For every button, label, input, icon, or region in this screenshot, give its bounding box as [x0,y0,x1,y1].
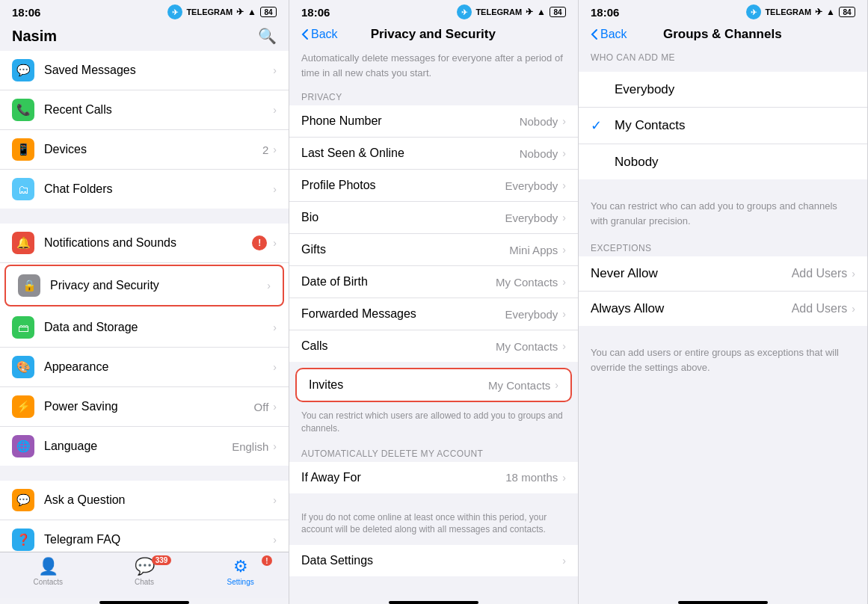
telegram-logo-3: ✈ [746,4,761,19]
tab-settings[interactable]: ⚙ ! Settings [192,557,289,586]
photos-value: Everybody [505,179,558,192]
data-settings-section: Data Settings › [289,545,578,576]
exceptions-card: Never Allow Add Users › Always Allow Add… [579,256,867,326]
last-seen-value: Nobody [520,147,558,160]
option-everybody[interactable]: Everybody [579,72,867,108]
chat-folders-icon: 🗂 [12,178,34,200]
devices-value: 2 [262,144,268,156]
back-button-3[interactable]: Back [591,28,627,41]
privacy-item-photos[interactable]: Profile Photos Everybody › [289,170,578,202]
settings-tab-icon: ⚙ [233,557,248,576]
tab-contacts[interactable]: 👤 Contacts [0,557,96,586]
photos-chevron: › [562,179,566,191]
invites-item-highlighted[interactable]: Invites My Contacts › [295,368,572,402]
recent-calls-label: Recent Calls [44,103,273,117]
chevron-devices: › [273,144,277,155]
list-item-notifications[interactable]: 🔔 Notifications and Sounds ! › [0,224,289,263]
nav-title-1: Nasim [12,28,57,45]
who-can-add-note: You can restrict who can add you to grou… [579,194,867,238]
privacy-item-last-seen[interactable]: Last Seen & Online Nobody › [289,138,578,170]
calls-label: Calls [301,339,496,353]
appearance-icon: 🎨 [12,356,34,378]
chevron-data: › [273,321,277,333]
list-item-privacy[interactable]: 🔒 Privacy and Security › [4,265,284,306]
settings-tab-label: Settings [227,578,254,586]
list-item-data-storage[interactable]: 🗃 Data and Storage › [0,308,289,348]
status-icons-1: ✈ TELEGRAM ✈ ▲ 84 [167,4,277,19]
list-item-ask-question[interactable]: 💬 Ask a Question › [0,481,289,520]
gifts-label: Gifts [301,243,509,256]
photos-label: Profile Photos [301,179,505,192]
bio-chevron: › [562,212,566,224]
home-indicator-1 [99,601,189,604]
exception-always-allow[interactable]: Always Allow Add Users › [579,292,867,326]
chevron-calls: › [273,104,277,116]
phone-chevron: › [562,115,566,127]
always-allow-chevron: › [852,303,855,315]
list-item-saved-messages[interactable]: 💬 Saved Messages › [0,51,289,90]
settings-card: 🔔 Notifications and Sounds ! › 🔒 Privacy… [0,224,289,466]
forwarded-chevron: › [562,308,566,320]
status-bar-2: 18:06 ✈ TELEGRAM ✈ ▲ 84 [289,0,578,22]
chevron-privacy: › [267,280,271,292]
data-storage-icon: 🗃 [12,316,34,339]
faq-icon: ❓ [12,528,34,551]
status-time-1: 18:06 [12,6,40,19]
power-saving-icon: ⚡ [12,395,34,418]
privacy-item-forwarded[interactable]: Forwarded Messages Everybody › [289,298,578,330]
chevron-ask: › [273,494,277,506]
auto-delete-note: If you do not come online at least once … [289,508,578,546]
devices-icon: 📱 [12,138,34,161]
settings-section: 🔔 Notifications and Sounds ! › 🔒 Privacy… [0,224,289,466]
status-time-2: 18:06 [301,6,330,19]
list-item-faq[interactable]: ❓ Telegram FAQ › [0,520,289,552]
privacy-item-gifts[interactable]: Gifts Mini Apps › [289,234,578,266]
back-label-2: Back [311,28,338,41]
who-can-add-header: WHO CAN ADD ME [579,48,867,66]
list-item-chat-folders[interactable]: 🗂 Chat Folders › [0,170,289,209]
invites-value: My Contacts [488,379,550,392]
bio-value: Everybody [505,212,558,224]
chevron-saved: › [273,64,277,76]
option-my-contacts[interactable]: ✓ My Contacts [579,108,867,144]
back-chevron-icon-2 [301,28,309,40]
appearance-label: Appearance [44,360,273,374]
nav-bar-3: Back Groups & Channels [579,22,867,48]
back-label-3: Back [600,28,627,41]
auto-delete-note-top: Automatically delete messages for everyo… [289,48,578,87]
data-settings-label: Data Settings [301,554,562,567]
contacts-tab-label: Contacts [34,578,63,586]
privacy-item-phone[interactable]: Phone Number Nobody › [289,105,578,138]
chats-badge: 339 [152,555,172,565]
list-item-recent-calls[interactable]: 📞 Recent Calls › [0,90,289,130]
list-item-appearance[interactable]: 🎨 Appearance › [0,348,289,387]
data-settings-chevron: › [562,555,566,567]
ask-question-icon: 💬 [12,489,34,511]
auto-delete-item[interactable]: If Away For 18 months › [289,462,578,493]
language-label: Language [44,440,232,453]
airplane-icon-1: ✈ [236,7,244,17]
auto-delete-card: If Away For 18 months › [289,462,578,493]
search-button[interactable]: 🔍 [258,27,277,45]
list-item-power-saving[interactable]: ⚡ Power Saving Off › [0,387,289,427]
wifi-icon-3: ▲ [826,7,835,17]
privacy-item-calls[interactable]: Calls My Contacts › [289,330,578,362]
forwarded-label: Forwarded Messages [301,307,505,321]
my-contacts-option-label: My Contacts [615,118,685,133]
exception-never-allow[interactable]: Never Allow Add Users › [579,256,867,292]
panel-groups-channels: 18:06 ✈ TELEGRAM ✈ ▲ 84 Back Groups & Ch… [579,0,868,604]
back-button-2[interactable]: Back [301,28,338,41]
top-menu-section: 💬 Saved Messages › 📞 Recent Calls › 📱 De… [0,51,289,209]
nav-bar-2: Back Privacy and Security [289,22,578,48]
power-saving-value: Off [254,401,269,413]
gifts-value: Mini Apps [509,244,558,256]
chevron-power: › [273,401,277,413]
tab-chats[interactable]: 💬 339 Chats [96,557,193,586]
privacy-item-bio[interactable]: Bio Everybody › [289,202,578,234]
scroll-content-3: WHO CAN ADD ME Everybody ✓ My Contacts N… [579,48,867,598]
privacy-item-dob[interactable]: Date of Birth My Contacts › [289,266,578,298]
list-item-language[interactable]: 🌐 Language English › [0,427,289,466]
list-item-devices[interactable]: 📱 Devices 2 › [0,130,289,170]
data-settings-item[interactable]: Data Settings › [289,545,578,576]
option-nobody[interactable]: Nobody [579,144,867,179]
